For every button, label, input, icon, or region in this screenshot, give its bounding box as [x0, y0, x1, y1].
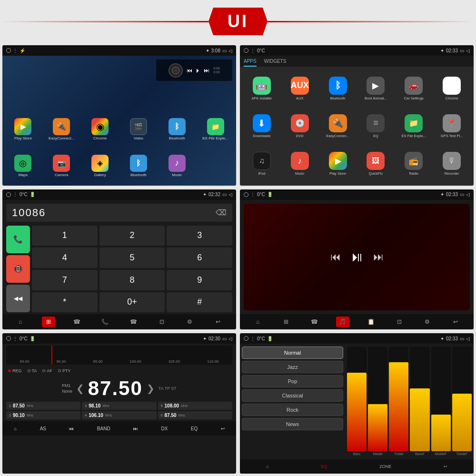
key-8[interactable]: 8 [99, 270, 165, 290]
radio-nav-band[interactable]: BAND [97, 426, 110, 431]
app-gallery[interactable]: ◈ Gallery [81, 148, 119, 184]
nav-back-4[interactable]: ↩ [449, 317, 462, 327]
nav-phone-3[interactable]: ☎ [127, 317, 140, 327]
call-button[interactable]: 📞 [6, 226, 30, 253]
radio-nav-eq[interactable]: EQ [191, 426, 198, 431]
key-9[interactable]: 9 [167, 270, 232, 290]
drawer-ipod[interactable]: ♫ iPod [244, 146, 280, 181]
freq-prev-btn[interactable]: ❮ [76, 383, 84, 394]
key-6[interactable]: 6 [167, 248, 232, 268]
drawer-radio[interactable]: 📻 Radio [396, 146, 432, 181]
drawer-apk[interactable]: 🤖 APK installer [244, 70, 280, 106]
backspace-button[interactable]: ⌫ [216, 208, 227, 217]
app-bluetooth2[interactable]: ᛒ Bluetooth [120, 148, 158, 184]
tab-widgets[interactable]: WIDGETS [264, 58, 287, 67]
nav-apps-4[interactable]: ⊞ [279, 317, 293, 327]
eq-preset-news[interactable]: News [242, 418, 343, 430]
key-7[interactable]: 7 [32, 270, 98, 290]
nav-msg-4[interactable]: ⊡ [393, 317, 406, 327]
preset-3[interactable]: 3 98.10 MHz [82, 402, 156, 410]
preset-4[interactable]: 4 106.10 MHz [82, 411, 156, 419]
key-2[interactable]: 2 [99, 226, 165, 246]
drawer-playstore[interactable]: ▶ Play Store [320, 146, 356, 181]
music-play-pause[interactable]: ⏯ [350, 249, 364, 265]
eq-nav-home[interactable]: ⌂ [266, 464, 268, 469]
radio-reg[interactable]: REG [8, 368, 22, 373]
nav-contacts-3[interactable]: ☎ [70, 317, 83, 327]
drawer-esfile[interactable]: 📁 ES File Explo... [396, 108, 432, 144]
key-4[interactable]: 4 [32, 248, 98, 268]
drawer-chrome[interactable]: ◉ Chrome [434, 70, 470, 106]
eq-preset-jazz[interactable]: Jazz [242, 361, 343, 373]
nav-dial-3[interactable]: 📞 [99, 317, 112, 327]
drawer-easyconn[interactable]: 🔌 EasyConnec... [320, 108, 356, 144]
music-prev[interactable]: ⏮ [330, 251, 341, 263]
key-1[interactable]: 1 [32, 226, 98, 246]
key-star[interactable]: * [32, 292, 98, 313]
nav-back-3[interactable]: ↩ [211, 317, 225, 327]
eq-bar-middlef[interactable]: MiddleF [431, 347, 451, 456]
drawer-downloads[interactable]: ⬇ Downloads [244, 108, 280, 144]
key-0plus[interactable]: 0+ [99, 292, 165, 313]
nav-home-4[interactable]: ⌂ [251, 317, 265, 327]
nav-home-3[interactable]: ⌂ [14, 317, 27, 327]
key-3[interactable]: 3 [167, 226, 232, 246]
radio-af[interactable]: AF [42, 368, 52, 373]
app-video[interactable]: 🎬 Video [120, 111, 158, 147]
eq-bar-treble[interactable]: Treble [389, 347, 408, 456]
hangup-button[interactable]: 📵 [6, 255, 30, 283]
tab-apps[interactable]: APPS [244, 58, 257, 67]
app-music[interactable]: ♪ Music [158, 148, 196, 184]
drawer-dvd[interactable]: 💿 DVD [282, 108, 318, 144]
key-hash[interactable]: # [167, 292, 232, 313]
play-btn[interactable]: ⏵ [195, 67, 201, 74]
app-maps[interactable]: ◎ Maps [4, 148, 42, 184]
eq-bar-bass[interactable]: Bass [347, 347, 367, 456]
radio-nav-dx[interactable]: DX [161, 426, 168, 431]
nav-apps-3[interactable]: ⊞ [42, 317, 55, 327]
app-chrome[interactable]: ◉ Chrome [81, 111, 119, 147]
drawer-music[interactable]: ♪ Music [282, 146, 318, 181]
app-bluetooth[interactable]: ᛒ Bluetooth [158, 111, 196, 147]
nav-list-4[interactable]: 📋 [364, 317, 377, 327]
eq-preset-normal[interactable]: Normal [242, 347, 343, 359]
drawer-gpstest[interactable]: 📍 GPS Test Pl... [434, 108, 470, 144]
key-5[interactable]: 5 [99, 248, 165, 268]
eq-nav-zone[interactable]: ZONE [379, 464, 391, 469]
prev-btn[interactable]: ⏮ [187, 67, 192, 74]
drawer-bluetooth[interactable]: ᛒ Bluetooth [320, 70, 356, 106]
nav-phone-4[interactable]: ☎ [307, 317, 321, 327]
radio-nav-next[interactable]: ⏭ [133, 426, 138, 431]
radio-nav-home[interactable]: ⌂ [14, 426, 17, 431]
drawer-bootanim[interactable]: ▶ Boot Animat... [358, 70, 394, 106]
eq-nav-eq[interactable]: EQ [321, 464, 327, 469]
eq-preset-pop[interactable]: Pop [242, 375, 343, 387]
radio-ta[interactable]: TA [28, 368, 37, 373]
freq-next-btn[interactable]: ❯ [147, 383, 155, 394]
drawer-recorder[interactable]: 🎙 Recorder [434, 146, 470, 181]
app-esfile[interactable]: 📁 ES File Explo... [197, 111, 234, 147]
radio-nav-prev[interactable]: ⏮ [69, 426, 74, 431]
drawer-carsett[interactable]: 🚗 Car Settings [396, 70, 432, 106]
eq-nav-back[interactable]: ↩ [444, 464, 447, 469]
nav-msgs-3[interactable]: ⊡ [155, 317, 169, 327]
app-playstore[interactable]: ▶ Play Store [4, 111, 42, 147]
preset-5[interactable]: 5 108.00 MHz [158, 402, 232, 410]
radio-nav-as[interactable]: AS [40, 426, 46, 431]
eq-bar-bassf[interactable]: BassF [410, 347, 429, 456]
nav-music-4[interactable]: 🎵 [336, 317, 349, 327]
eq-preset-rock[interactable]: Rock [242, 404, 343, 416]
app-easyconnect[interactable]: 🔌 EasyConnect... [43, 111, 80, 147]
music-next[interactable]: ⏭ [373, 251, 384, 263]
radio-nav-back[interactable]: ↩ [221, 426, 225, 431]
mute-button[interactable]: ◀◀ [6, 285, 30, 312]
nav-settings-4[interactable]: ⚙ [421, 317, 434, 327]
eq-bar-middle[interactable]: Middle [368, 347, 387, 456]
preset-2[interactable]: 2 90.10 MHz [6, 411, 80, 419]
nav-settings-3[interactable]: ⚙ [183, 317, 197, 327]
eq-bar-treblef[interactable]: TrebleF [452, 347, 472, 456]
eq-preset-classical[interactable]: Classical [242, 389, 343, 402]
radio-pty[interactable]: PTY [58, 368, 71, 373]
drawer-aux[interactable]: AUX AUX [282, 70, 318, 106]
preset-1[interactable]: 1 87.50 MHz [6, 402, 80, 410]
